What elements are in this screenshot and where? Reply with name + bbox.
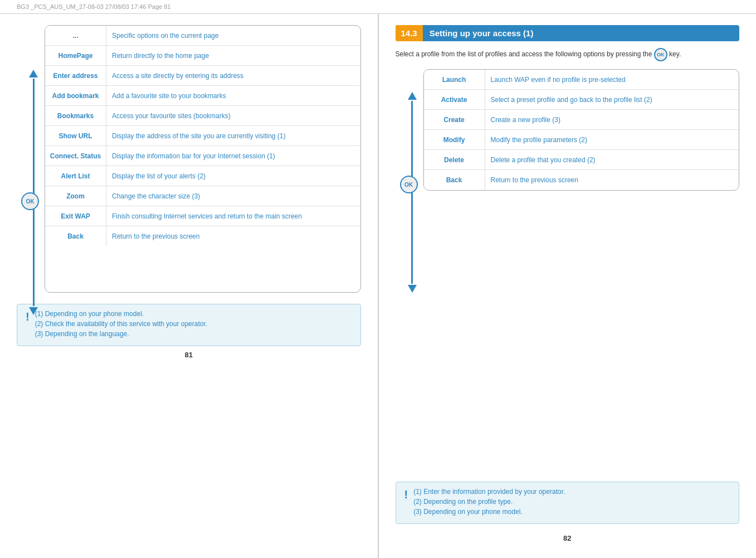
menu-value: Return to the previous screen — [485, 170, 739, 190]
page-number-left: 81 — [17, 346, 361, 363]
menu-value: Create a new profile (3) — [485, 110, 739, 129]
table-row: Back Return to the previous screen — [45, 226, 360, 246]
section-intro: Select a profile from the list of profil… — [396, 48, 740, 61]
table-row: Show URL Display the address of the site… — [45, 126, 360, 146]
ok-button-right[interactable]: OK — [400, 176, 418, 193]
list-item: (2) Check the availability of this servi… — [35, 320, 352, 328]
list-item: (3) Depending on your phone model. — [413, 508, 730, 516]
ok-button-left[interactable]: OK — [21, 192, 39, 210]
menu-value: Modify the profile parameters (2) — [485, 130, 739, 149]
menu-value: Return directly to the home page — [106, 46, 360, 65]
list-item: (1) Depending on your phone model. — [35, 310, 352, 318]
menu-key: Zoom — [45, 186, 106, 206]
menu-table-right: Launch Launch WAP even if no profile is … — [423, 69, 740, 191]
menu-key: Alert List — [45, 166, 106, 186]
notes-section-left: ! (1) Depending on your phone model.(2) … — [17, 304, 361, 346]
page-header: BG3 _PCS_AUS_UM_27-08-03 27/08/03 17:46 … — [0, 0, 756, 14]
menu-key: ... — [45, 26, 106, 45]
menu-key: Create — [424, 110, 485, 129]
menu-value: Launch WAP even if no profile is pre-sel… — [485, 70, 739, 89]
menu-key: Bookmarks — [45, 106, 106, 125]
table-row: Launch Launch WAP even if no profile is … — [424, 70, 739, 90]
ok-inline-icon: OK — [654, 48, 667, 61]
intro-text: Select a profile from the list of profil… — [396, 50, 652, 58]
page-left: OK ... Specific options on the current p… — [0, 14, 379, 558]
menu-key: Back — [45, 226, 106, 246]
table-row: Enter address Access a site directly by … — [45, 66, 360, 86]
arrow-down-icon — [29, 307, 38, 315]
notes-section-right: ! (1) Enter the information provided by … — [396, 482, 740, 524]
header-text: BG3 _PCS_AUS_UM_27-08-03 27/08/03 17:46 … — [17, 3, 170, 10]
menu-value: Access a site directly by entering its a… — [106, 66, 360, 85]
table-row: Delete Delete a profile that you created… — [424, 150, 739, 170]
page-right: 14.3 Setting up your access (1) Select a… — [379, 14, 757, 558]
table-row: Exit WAP Finish consulting Internet serv… — [45, 206, 360, 226]
menu-key: Back — [424, 170, 485, 190]
menu-value: Change the character size (3) — [106, 186, 360, 206]
table-row: Add bookmark Add a favourite site to you… — [45, 86, 360, 106]
table-row: ... Specific options on the current page — [45, 26, 360, 46]
menu-value: Delete a profile that you created (2) — [485, 150, 739, 169]
list-item: (1) Enter the information provided by yo… — [413, 488, 730, 496]
menu-value: Select a preset profile and go back to t… — [485, 90, 739, 109]
menu-key: Modify — [424, 130, 485, 149]
menu-key: Exit WAP — [45, 206, 106, 226]
menu-value: Specific options on the current page — [106, 26, 360, 45]
menu-key: Show URL — [45, 126, 106, 145]
menu-value: Access your favourite sites (bookmarks) — [106, 106, 360, 125]
menu-key: Add bookmark — [45, 86, 106, 105]
menu-key: Launch — [424, 70, 485, 89]
arrow-down-right-icon — [408, 285, 417, 293]
menu-value: Display the information bar for your Int… — [106, 146, 360, 166]
page-number-right: 82 — [396, 530, 740, 547]
menu-table-left: ... Specific options on the current page… — [45, 25, 361, 293]
notes-list-left: (1) Depending on your phone model.(2) Ch… — [35, 310, 352, 340]
list-item: (3) Depending on the language. — [35, 330, 352, 338]
table-row: Modify Modify the profile parameters (2) — [424, 130, 739, 150]
menu-value: Display the list of your alerts (2) — [106, 166, 360, 186]
menu-key: Delete — [424, 150, 485, 169]
note-icon-right: ! — [404, 489, 408, 518]
menu-value: Finish consulting Internet services and … — [106, 206, 360, 226]
table-row: Zoom Change the character size (3) — [45, 186, 360, 206]
table-row: Connect. Status Display the information … — [45, 146, 360, 166]
menu-value: Add a favourite site to your bookmarks — [106, 86, 360, 105]
section-number: 14.3 — [396, 25, 423, 41]
list-item: (2) Depending on the profile type. — [413, 498, 730, 506]
note-icon-left: ! — [26, 311, 30, 340]
table-row: Activate Select a preset profile and go … — [424, 90, 739, 110]
arrow-up-right-icon — [408, 92, 417, 100]
intro-end-text: key. — [669, 50, 681, 58]
table-row: Bookmarks Access your favourite sites (b… — [45, 106, 360, 126]
arrow-up-icon — [29, 70, 38, 77]
table-row: HomePage Return directly to the home pag… — [45, 46, 360, 66]
section-header: 14.3 Setting up your access (1) — [396, 25, 740, 41]
menu-value: Display the address of the site you are … — [106, 126, 360, 145]
table-row: Back Return to the previous screen — [424, 170, 739, 190]
notes-list-right: (1) Enter the information provided by yo… — [413, 488, 730, 518]
table-row: Alert List Display the list of your aler… — [45, 166, 360, 186]
table-row: Create Create a new profile (3) — [424, 110, 739, 130]
menu-key: Enter address — [45, 66, 106, 85]
section-title: Setting up your access (1) — [423, 25, 739, 41]
pages-container: OK ... Specific options on the current p… — [0, 14, 756, 558]
menu-key: HomePage — [45, 46, 106, 65]
menu-key: Connect. Status — [45, 146, 106, 166]
menu-value: Return to the previous screen — [106, 226, 360, 246]
menu-key: Activate — [424, 90, 485, 109]
